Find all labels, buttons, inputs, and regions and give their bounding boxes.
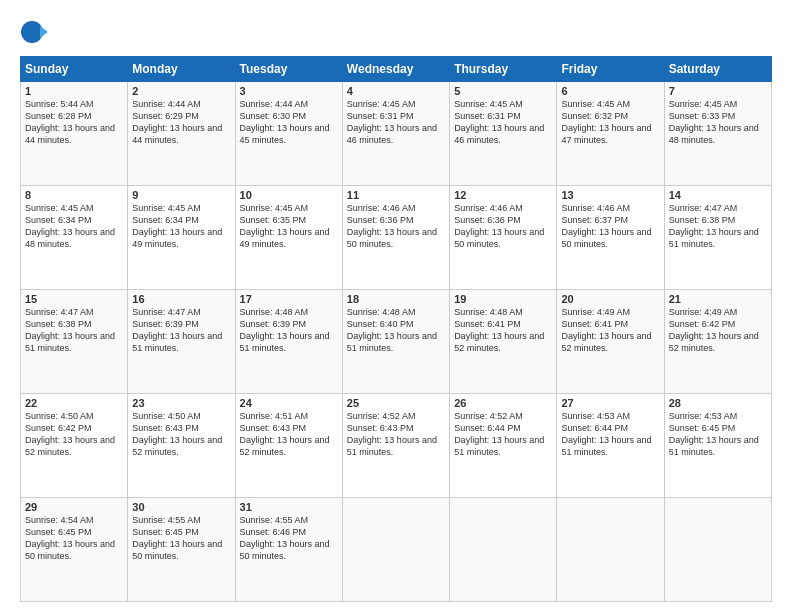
calendar-cell: 5 Sunrise: 4:45 AMSunset: 6:31 PMDayligh… [450,82,557,186]
day-number: 2 [132,85,230,97]
cell-content: Sunrise: 4:45 AMSunset: 6:35 PMDaylight:… [240,202,338,251]
cell-content: Sunrise: 4:53 AMSunset: 6:44 PMDaylight:… [561,410,659,459]
day-number: 26 [454,397,552,409]
calendar-header-row: SundayMondayTuesdayWednesdayThursdayFrid… [21,57,772,82]
calendar-header-friday: Friday [557,57,664,82]
calendar-cell: 3 Sunrise: 4:44 AMSunset: 6:30 PMDayligh… [235,82,342,186]
calendar-cell: 2 Sunrise: 4:44 AMSunset: 6:29 PMDayligh… [128,82,235,186]
svg-point-0 [21,21,43,43]
day-number: 23 [132,397,230,409]
cell-content: Sunrise: 4:46 AMSunset: 6:37 PMDaylight:… [561,202,659,251]
calendar-cell: 12 Sunrise: 4:46 AMSunset: 6:36 PMDaylig… [450,186,557,290]
calendar-cell: 26 Sunrise: 4:52 AMSunset: 6:44 PMDaylig… [450,394,557,498]
day-number: 4 [347,85,445,97]
calendar-header-tuesday: Tuesday [235,57,342,82]
cell-content: Sunrise: 4:48 AMSunset: 6:40 PMDaylight:… [347,306,445,355]
cell-content: Sunrise: 4:45 AMSunset: 6:34 PMDaylight:… [132,202,230,251]
calendar-cell: 11 Sunrise: 4:46 AMSunset: 6:36 PMDaylig… [342,186,449,290]
calendar-cell: 29 Sunrise: 4:54 AMSunset: 6:45 PMDaylig… [21,498,128,602]
cell-content: Sunrise: 4:44 AMSunset: 6:30 PMDaylight:… [240,98,338,147]
cell-content: Sunrise: 4:44 AMSunset: 6:29 PMDaylight:… [132,98,230,147]
calendar-header-saturday: Saturday [664,57,771,82]
logo-icon [20,18,48,46]
cell-content: Sunrise: 4:45 AMSunset: 6:32 PMDaylight:… [561,98,659,147]
cell-content: Sunrise: 4:55 AMSunset: 6:46 PMDaylight:… [240,514,338,563]
cell-content: Sunrise: 4:47 AMSunset: 6:38 PMDaylight:… [669,202,767,251]
day-number: 13 [561,189,659,201]
cell-content: Sunrise: 4:50 AMSunset: 6:42 PMDaylight:… [25,410,123,459]
calendar-cell: 30 Sunrise: 4:55 AMSunset: 6:45 PMDaylig… [128,498,235,602]
cell-content: Sunrise: 4:55 AMSunset: 6:45 PMDaylight:… [132,514,230,563]
calendar-cell [342,498,449,602]
day-number: 1 [25,85,123,97]
cell-content: Sunrise: 4:45 AMSunset: 6:34 PMDaylight:… [25,202,123,251]
cell-content: Sunrise: 4:51 AMSunset: 6:43 PMDaylight:… [240,410,338,459]
calendar-week-row: 29 Sunrise: 4:54 AMSunset: 6:45 PMDaylig… [21,498,772,602]
day-number: 17 [240,293,338,305]
calendar-cell: 9 Sunrise: 4:45 AMSunset: 6:34 PMDayligh… [128,186,235,290]
day-number: 3 [240,85,338,97]
day-number: 15 [25,293,123,305]
cell-content: Sunrise: 4:47 AMSunset: 6:38 PMDaylight:… [25,306,123,355]
cell-content: Sunrise: 4:45 AMSunset: 6:31 PMDaylight:… [454,98,552,147]
calendar-cell: 10 Sunrise: 4:45 AMSunset: 6:35 PMDaylig… [235,186,342,290]
day-number: 25 [347,397,445,409]
day-number: 10 [240,189,338,201]
cell-content: Sunrise: 4:48 AMSunset: 6:39 PMDaylight:… [240,306,338,355]
day-number: 16 [132,293,230,305]
calendar-cell: 6 Sunrise: 4:45 AMSunset: 6:32 PMDayligh… [557,82,664,186]
cell-content: Sunrise: 4:47 AMSunset: 6:39 PMDaylight:… [132,306,230,355]
cell-content: Sunrise: 4:46 AMSunset: 6:36 PMDaylight:… [454,202,552,251]
calendar-cell [557,498,664,602]
cell-content: Sunrise: 4:48 AMSunset: 6:41 PMDaylight:… [454,306,552,355]
calendar-cell [664,498,771,602]
calendar-cell: 14 Sunrise: 4:47 AMSunset: 6:38 PMDaylig… [664,186,771,290]
cell-content: Sunrise: 4:49 AMSunset: 6:41 PMDaylight:… [561,306,659,355]
svg-marker-1 [40,26,48,38]
day-number: 18 [347,293,445,305]
logo [20,18,52,46]
day-number: 21 [669,293,767,305]
page: SundayMondayTuesdayWednesdayThursdayFrid… [0,0,792,612]
calendar-cell: 13 Sunrise: 4:46 AMSunset: 6:37 PMDaylig… [557,186,664,290]
day-number: 8 [25,189,123,201]
day-number: 6 [561,85,659,97]
calendar-week-row: 8 Sunrise: 4:45 AMSunset: 6:34 PMDayligh… [21,186,772,290]
day-number: 19 [454,293,552,305]
cell-content: Sunrise: 4:49 AMSunset: 6:42 PMDaylight:… [669,306,767,355]
day-number: 5 [454,85,552,97]
day-number: 29 [25,501,123,513]
calendar-header-monday: Monday [128,57,235,82]
calendar-header-thursday: Thursday [450,57,557,82]
calendar-cell: 8 Sunrise: 4:45 AMSunset: 6:34 PMDayligh… [21,186,128,290]
calendar-cell: 1 Sunrise: 5:44 AMSunset: 6:28 PMDayligh… [21,82,128,186]
cell-content: Sunrise: 4:45 AMSunset: 6:33 PMDaylight:… [669,98,767,147]
calendar-cell: 18 Sunrise: 4:48 AMSunset: 6:40 PMDaylig… [342,290,449,394]
calendar-cell: 16 Sunrise: 4:47 AMSunset: 6:39 PMDaylig… [128,290,235,394]
calendar-cell: 19 Sunrise: 4:48 AMSunset: 6:41 PMDaylig… [450,290,557,394]
cell-content: Sunrise: 5:44 AMSunset: 6:28 PMDaylight:… [25,98,123,147]
day-number: 14 [669,189,767,201]
day-number: 22 [25,397,123,409]
calendar-cell: 20 Sunrise: 4:49 AMSunset: 6:41 PMDaylig… [557,290,664,394]
calendar-cell: 21 Sunrise: 4:49 AMSunset: 6:42 PMDaylig… [664,290,771,394]
calendar-cell: 23 Sunrise: 4:50 AMSunset: 6:43 PMDaylig… [128,394,235,498]
calendar-table: SundayMondayTuesdayWednesdayThursdayFrid… [20,56,772,602]
day-number: 20 [561,293,659,305]
day-number: 30 [132,501,230,513]
calendar-cell: 15 Sunrise: 4:47 AMSunset: 6:38 PMDaylig… [21,290,128,394]
day-number: 27 [561,397,659,409]
calendar-cell [450,498,557,602]
calendar-week-row: 15 Sunrise: 4:47 AMSunset: 6:38 PMDaylig… [21,290,772,394]
calendar-header-sunday: Sunday [21,57,128,82]
calendar-cell: 28 Sunrise: 4:53 AMSunset: 6:45 PMDaylig… [664,394,771,498]
calendar-cell: 24 Sunrise: 4:51 AMSunset: 6:43 PMDaylig… [235,394,342,498]
cell-content: Sunrise: 4:45 AMSunset: 6:31 PMDaylight:… [347,98,445,147]
cell-content: Sunrise: 4:46 AMSunset: 6:36 PMDaylight:… [347,202,445,251]
calendar-cell: 22 Sunrise: 4:50 AMSunset: 6:42 PMDaylig… [21,394,128,498]
cell-content: Sunrise: 4:53 AMSunset: 6:45 PMDaylight:… [669,410,767,459]
calendar-cell: 7 Sunrise: 4:45 AMSunset: 6:33 PMDayligh… [664,82,771,186]
calendar-cell: 27 Sunrise: 4:53 AMSunset: 6:44 PMDaylig… [557,394,664,498]
day-number: 28 [669,397,767,409]
calendar-cell: 4 Sunrise: 4:45 AMSunset: 6:31 PMDayligh… [342,82,449,186]
